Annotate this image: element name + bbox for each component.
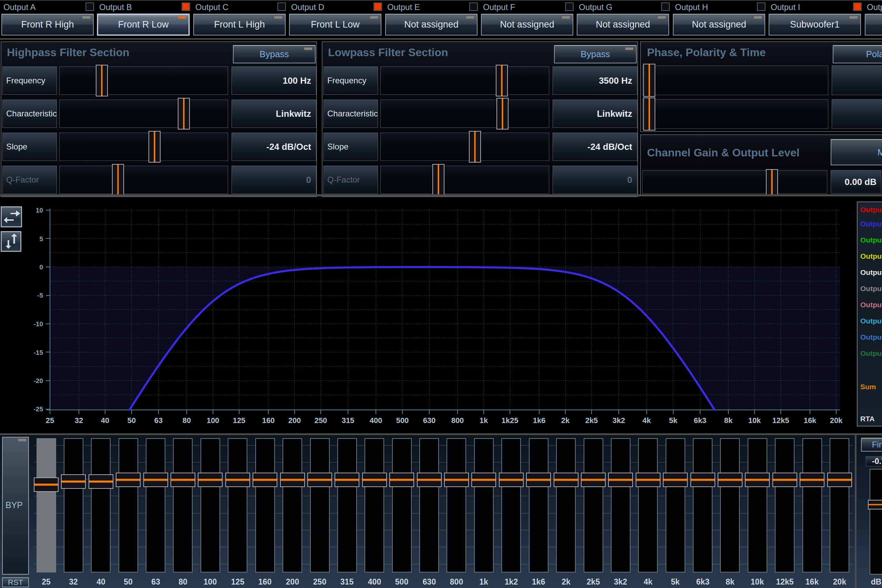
svg-text:1k: 1k — [480, 416, 488, 425]
svg-text:16k: 16k — [804, 416, 816, 425]
svg-text:-25: -25 — [34, 405, 44, 412]
svg-text:160: 160 — [262, 416, 275, 425]
svg-text:1k25: 1k25 — [502, 416, 519, 425]
svg-text:40: 40 — [101, 416, 109, 425]
svg-text:5k: 5k — [669, 416, 678, 425]
svg-text:-10: -10 — [34, 320, 43, 328]
svg-text:10: 10 — [36, 207, 43, 214]
svg-text:100: 100 — [207, 416, 219, 425]
svg-text:2k5: 2k5 — [585, 416, 598, 425]
svg-text:10k: 10k — [748, 416, 761, 425]
svg-text:2k: 2k — [561, 416, 570, 425]
svg-text:6k3: 6k3 — [694, 416, 706, 425]
svg-text:800: 800 — [452, 416, 464, 425]
svg-text:250: 250 — [315, 416, 327, 425]
svg-text:0: 0 — [39, 264, 43, 271]
svg-text:315: 315 — [342, 416, 354, 425]
svg-text:630: 630 — [423, 416, 436, 425]
svg-text:32: 32 — [75, 416, 83, 425]
svg-text:-15: -15 — [34, 349, 44, 356]
svg-text:1k6: 1k6 — [533, 416, 546, 425]
svg-text:8k: 8k — [724, 416, 733, 425]
svg-text:500: 500 — [396, 416, 409, 425]
svg-text:50: 50 — [128, 416, 136, 425]
svg-text:125: 125 — [233, 416, 246, 425]
svg-text:3k2: 3k2 — [613, 416, 626, 425]
svg-text:20k: 20k — [830, 416, 843, 425]
svg-text:80: 80 — [183, 416, 191, 425]
svg-text:5: 5 — [39, 235, 43, 243]
svg-text:63: 63 — [154, 416, 163, 425]
svg-text:25: 25 — [46, 416, 54, 425]
svg-text:12k5: 12k5 — [772, 416, 789, 425]
svg-text:200: 200 — [288, 416, 301, 425]
svg-text:-20: -20 — [34, 377, 43, 384]
svg-text:-5: -5 — [37, 292, 43, 299]
svg-text:400: 400 — [370, 416, 382, 425]
svg-text:4k: 4k — [642, 416, 651, 425]
